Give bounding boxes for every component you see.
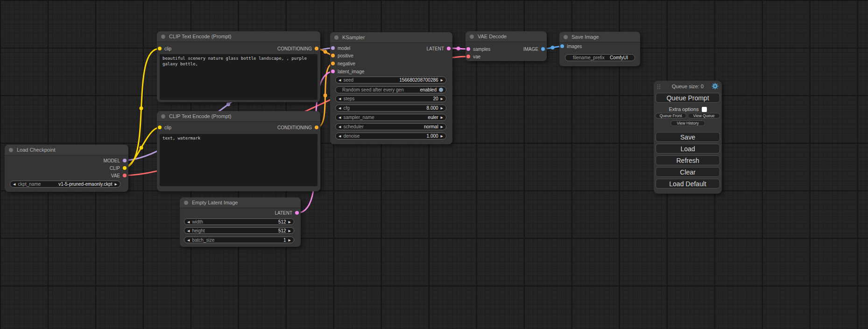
conditioning-port-dot[interactable] [331,54,335,57]
node-header[interactable]: VAE Decode [466,31,547,42]
increment-arrow-icon[interactable]: ▶ [441,106,443,110]
view-queue-button[interactable]: View Queue [688,113,720,119]
collapse-dot-icon[interactable] [161,114,165,119]
decrement-arrow-icon[interactable]: ◀ [187,229,190,232]
decrement-arrow-icon[interactable]: ◀ [339,116,341,119]
increment-arrow-icon[interactable]: ▶ [289,220,291,224]
collapse-dot-icon[interactable] [470,35,474,39]
decrement-arrow-icon[interactable]: ◀ [339,97,341,100]
load-default-button[interactable]: Load Default [656,179,720,189]
vae-port-dot[interactable] [466,55,470,58]
decrement-arrow-icon[interactable]: ◀ [187,238,190,242]
collapse-dot-icon[interactable] [9,148,13,152]
clip-port-dot[interactable] [158,47,162,50]
settings-gear-icon[interactable] [712,83,719,90]
sampler-name-widget[interactable]: ◀ sampler_name euler ▶ [335,114,446,121]
denoise-widget[interactable]: ◀ denoise 1.000 ▶ [335,133,446,140]
steps-widget[interactable]: ◀ steps 20 ▶ [335,95,446,102]
node-header[interactable]: CLIP Text Encode (Prompt) [157,111,320,121]
decrement-arrow-icon[interactable]: ◀ [187,220,190,224]
height-widget[interactable]: ◀ height 512 ▶ [184,227,294,234]
collapse-dot-icon[interactable] [161,35,165,39]
node-clip-text-encode-negative[interactable]: CLIP Text Encode (Prompt) clip CONDITION… [157,111,320,191]
seed-widget[interactable]: ◀ seed 156680208700286 ▶ [335,77,446,84]
conditioning-port-dot[interactable] [315,126,318,129]
collapse-dot-icon[interactable] [184,201,188,205]
batch-size-widget[interactable]: ◀ batch_size 1 ▶ [184,237,294,243]
latent-port-dot[interactable] [466,47,470,51]
input-port-positive: positive [331,52,353,59]
increment-arrow-icon[interactable]: ▶ [289,229,291,232]
save-button[interactable]: Save [656,132,720,142]
prompt-textarea[interactable]: beautiful scenery nature glass bottle la… [160,54,318,100]
widget-label: denoise [343,133,360,139]
queue-prompt-button[interactable]: Queue Prompt [656,93,720,103]
decrement-arrow-icon[interactable]: ◀ [339,106,341,110]
decrement-arrow-icon[interactable]: ◀ [339,78,341,82]
port-label: IMAGE [523,47,538,52]
node-save-image[interactable]: Save Image images filename_prefix ComfyU… [559,32,640,66]
widget-value: euler [428,115,438,120]
queue-menu-panel[interactable]: Queue size: 0 Queue Prompt Extra options… [654,81,722,194]
extra-options-checkbox[interactable] [702,107,707,112]
cfg-widget[interactable]: ◀ cfg 8.000 ▶ [335,105,446,112]
latent-port-dot[interactable] [447,47,451,50]
node-title: Save Image [572,34,599,40]
node-empty-latent-image[interactable]: Empty Latent Image LATENT ◀ width 512 ▶ … [180,197,301,247]
comfyui-canvas[interactable]: { "nodes": { "load_checkpoint": { "title… [0,0,868,329]
node-header[interactable]: CLIP Text Encode (Prompt) [157,31,320,42]
increment-arrow-icon[interactable]: ▶ [289,238,291,242]
prompt-textarea[interactable]: text, watermark [160,134,318,186]
conditioning-port-dot[interactable] [315,47,318,50]
increment-arrow-icon[interactable]: ▶ [441,116,443,119]
widget-value: 1 [283,238,286,243]
increment-arrow-icon[interactable]: ▶ [441,125,443,128]
clip-port-dot[interactable] [123,166,127,170]
clear-button[interactable]: Clear [656,167,720,177]
node-ksampler[interactable]: KSampler model positive negative latent_… [330,32,452,144]
widget-value: 512 [278,228,286,233]
port-label: model [338,46,350,51]
latent-port-dot[interactable] [295,211,299,215]
model-port-dot[interactable] [331,46,335,50]
extra-options-row: Extra options [654,106,722,112]
clip-port-dot[interactable] [158,126,162,129]
decrement-arrow-icon[interactable]: ◀ [339,125,341,128]
node-header[interactable]: Empty Latent Image [180,197,301,208]
increment-arrow-icon[interactable]: ▶ [441,134,443,138]
conditioning-port-dot[interactable] [331,62,335,65]
ckpt-name-widget[interactable]: ◀ ckpt_name v1-5-pruned-emaonly.ckpt ▶ [10,181,120,188]
node-header[interactable]: Load Checkpoint [5,145,128,155]
node-clip-text-encode-positive[interactable]: CLIP Text Encode (Prompt) clip CONDITION… [157,31,320,102]
toggle-circle-icon[interactable] [439,88,443,92]
model-port-dot[interactable] [123,159,127,162]
collapse-dot-icon[interactable] [334,35,339,40]
increment-arrow-icon[interactable]: ▶ [441,78,443,82]
view-history-button[interactable]: View History [670,120,705,126]
image-port-dot[interactable] [560,44,564,48]
node-load-checkpoint[interactable]: Load Checkpoint MODEL CLIP VAE ◀ ckpt_na… [5,145,128,192]
node-title: CLIP Text Encode (Prompt) [169,34,232,39]
scheduler-widget[interactable]: ◀ scheduler normal ▶ [335,123,446,130]
node-header[interactable]: Save Image [559,32,640,42]
queue-front-button[interactable]: Queue Front [655,113,686,119]
decrement-arrow-icon[interactable]: ◀ [339,134,341,138]
filename-prefix-widget[interactable]: filename_prefix ComfyUI [565,54,635,61]
input-port-clip: clip [158,124,171,131]
collapse-dot-icon[interactable] [564,35,568,39]
node-vae-decode[interactable]: VAE Decode samples vae IMAGE [466,31,547,61]
refresh-button[interactable]: Refresh [656,155,720,165]
vae-port-dot[interactable] [123,174,127,177]
output-port-latent: LATENT [275,210,299,216]
load-button[interactable]: Load [656,144,720,154]
random-seed-toggle-widget[interactable]: Random seed after every gen enabled [335,86,446,93]
increment-arrow-icon[interactable]: ▶ [441,97,443,100]
increment-arrow-icon[interactable]: ▶ [115,182,117,186]
node-title: VAE Decode [478,34,507,39]
width-widget[interactable]: ◀ width 512 ▶ [184,218,294,225]
output-port-vae: VAE [111,172,127,179]
node-header[interactable]: KSampler [330,32,452,42]
latent-port-dot[interactable] [331,70,335,73]
decrement-arrow-icon[interactable]: ◀ [13,182,15,186]
image-port-dot[interactable] [541,47,545,51]
